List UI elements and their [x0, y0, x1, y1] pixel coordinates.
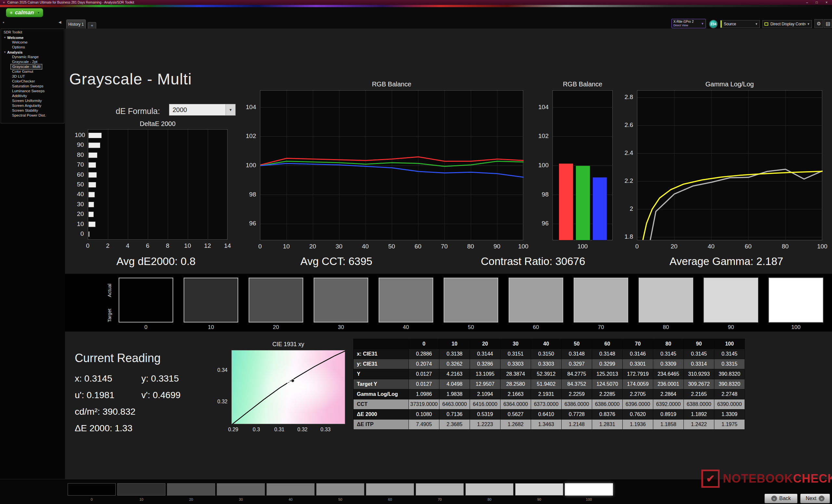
table-cell: 0.3150	[531, 349, 562, 359]
deltae-bar-0	[88, 231, 89, 237]
table-cell: 234.6465	[653, 369, 684, 379]
x-tick-label: 2	[106, 242, 109, 249]
rgb_balance_bars-plot	[552, 90, 613, 240]
y-tick-label: 60	[75, 171, 84, 178]
x-tick-label: 60	[414, 243, 421, 250]
green-balance-bar	[576, 166, 590, 240]
deltae-bar-30	[88, 202, 94, 207]
close-icon[interactable]: ×	[826, 1, 828, 4]
pattern-button-30[interactable]	[217, 483, 265, 496]
x-tick-label: 40	[362, 243, 368, 250]
pattern-button-90[interactable]	[515, 483, 563, 496]
table-cell: 12.9507	[470, 379, 500, 389]
toolkit-menu-icon[interactable]: ●	[3, 21, 4, 24]
table-cell: 0.3301	[623, 359, 653, 369]
back-label: Back	[779, 496, 791, 501]
avg-de2000-stat: Avg dE2000: 0.8	[116, 255, 195, 268]
sidebar-item-screen-angularity[interactable]: Screen Angularity	[1, 103, 64, 108]
current-reading-heading: Current Reading	[75, 352, 181, 365]
x-tick-label: 6	[146, 242, 150, 249]
pattern-button-label: 100	[565, 498, 613, 501]
sidebar-item-color-gamut[interactable]: Color Gamut	[1, 69, 64, 74]
pattern-button-60[interactable]	[366, 483, 414, 496]
grayscale-swatch-80	[639, 278, 693, 323]
pattern-button-50[interactable]	[316, 483, 364, 496]
swatch-level-label: 20	[249, 324, 303, 331]
table-cell: 0.5627	[500, 410, 531, 420]
tab-label: History 1	[68, 22, 83, 27]
table-cell: 0.3144	[470, 349, 500, 359]
back-button[interactable]: « Back	[764, 494, 798, 503]
calman-menu-button[interactable]: ✳ calman ▼	[6, 8, 43, 17]
sidebar-item-spectral-power-dist[interactable]: Spectral Power Dist.	[1, 113, 64, 118]
sidebar-item-screen-stability[interactable]: Screen Stability	[1, 108, 64, 113]
table-cell: 2.2864	[653, 389, 684, 399]
sidebar-item-options[interactable]: Options	[1, 45, 64, 50]
y-tick-label: 2.4	[615, 149, 633, 157]
table-cell: 2.2285	[592, 389, 623, 399]
y-tick-label: 70	[75, 161, 84, 168]
reading-luminance-row: cd/m²: 390.832	[75, 407, 181, 417]
settings-button[interactable]: ⚙	[814, 19, 823, 28]
swatch-level-label: 100	[769, 324, 823, 331]
table-cell: 1.1892	[684, 410, 714, 420]
x-tick-label: 0	[86, 242, 90, 249]
contrast-ratio-stat: Contrast Ratio: 30676	[481, 255, 585, 268]
x-tick-label: 0.3	[253, 427, 260, 432]
grayscale-swatch-strip: Actual Target 0102030405060708090100	[65, 274, 832, 332]
sidebar-item-grayscale-2pt[interactable]: Grayscale - 2pt	[1, 59, 64, 64]
table-cell: 0.3145	[653, 349, 684, 359]
sidebar-item-additivity[interactable]: Additivity	[1, 93, 64, 99]
sidebar-item-luminance-sweeps[interactable]: Luminance Sweeps	[1, 89, 64, 93]
tree-collapse-icon[interactable]: ▾	[4, 36, 5, 39]
source-dropdown[interactable]: Source ▼	[720, 20, 760, 28]
table-cell: 2.2259	[562, 389, 592, 399]
table-header-row: 0102030405060708090100	[354, 339, 745, 349]
collapse-sidebar-icon[interactable]: ◀	[58, 20, 61, 24]
pattern-button-100[interactable]	[565, 483, 613, 496]
y-tick-label: 104	[240, 104, 256, 111]
display-control-dropdown[interactable]: Direct Display Control ▼	[762, 20, 812, 28]
sidebar-item-colorchecker[interactable]: ColorChecker	[1, 79, 64, 84]
maximize-icon[interactable]: □	[816, 1, 818, 4]
pattern-button-80[interactable]	[465, 483, 514, 496]
tree-collapse-icon[interactable]: ▾	[4, 51, 5, 54]
add-tab-button[interactable]: +	[88, 22, 96, 29]
y-tick-label: 98	[240, 191, 256, 198]
delta_e-canvas	[88, 130, 228, 240]
meter-profile-button[interactable]: X-Rite i1Pro 2 Direct View ▼	[672, 19, 706, 28]
pattern-button-20[interactable]	[167, 483, 215, 496]
tree-group-analysis[interactable]: ▾Analysis	[1, 50, 64, 55]
source-label: Source	[722, 22, 736, 26]
sidebar-item-welcome[interactable]: Welcome	[1, 40, 64, 45]
pattern-button-label: 20	[167, 498, 215, 501]
y-tick-label: 100	[75, 132, 84, 139]
x-tick-label: 0	[258, 243, 262, 250]
table-cell: 13.1095	[470, 369, 500, 379]
row-label: y: CIE31	[354, 359, 409, 369]
pattern-button-0[interactable]	[68, 483, 116, 496]
y-tick-label: 96	[240, 220, 256, 227]
y-tick-label: 1.8	[615, 233, 633, 240]
target-row-label: Target	[107, 303, 112, 328]
sidebar-item-screen-uniformity[interactable]: Screen Uniformity	[1, 99, 64, 103]
de-formula-dropdown[interactable]: 2000 ▼	[169, 104, 236, 116]
pattern-button-label: 10	[117, 498, 165, 501]
minimize-icon[interactable]: –	[806, 1, 808, 4]
x-tick-label: 12	[204, 242, 211, 249]
workspace-layout-button[interactable]: ▤	[824, 19, 832, 28]
table-cell: 6364.0000	[500, 399, 531, 410]
sidebar-item-dynamic-range[interactable]: Dynamic Range	[1, 55, 64, 59]
pattern-button-10[interactable]	[117, 483, 165, 496]
pattern-button-40[interactable]	[266, 483, 315, 496]
tab-history-1[interactable]: History 1	[66, 20, 86, 29]
sidebar-item-saturation-sweeps[interactable]: Saturation Sweeps	[1, 84, 64, 89]
sidebar-item-3d-lut[interactable]: 3D LUT	[1, 74, 64, 79]
y-tick-label: 30	[75, 201, 84, 208]
sidebar-item-grayscale-multi[interactable]: Grayscale - Multi	[11, 64, 42, 69]
table-column-header: 40	[531, 339, 562, 349]
next-button[interactable]: Next »	[800, 494, 830, 503]
tree-group-label: Welcome	[7, 36, 23, 39]
pattern-button-70[interactable]	[416, 483, 464, 496]
tree-group-welcome[interactable]: ▾Welcome	[1, 35, 64, 40]
